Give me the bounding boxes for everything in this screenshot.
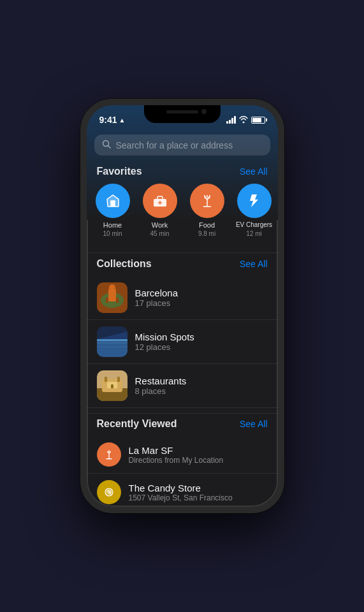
favorite-ev[interactable]: EV Chargers 12 mi <box>236 184 273 237</box>
svg-line-1 <box>108 146 110 149</box>
phone-frame: 9:41 ▲ <box>80 99 284 513</box>
search-placeholder: Search for a place or address <box>116 140 233 150</box>
recent-header: Recently Viewed See All <box>87 418 278 436</box>
mission-thumbnail <box>97 326 127 357</box>
recent-see-all[interactable]: See All <box>240 419 268 429</box>
svg-rect-12 <box>106 298 108 303</box>
camera <box>201 109 207 114</box>
status-time: 9:41 ▲ <box>99 115 126 125</box>
svg-rect-15 <box>97 339 127 357</box>
svg-point-30 <box>108 492 110 493</box>
divider-1 <box>87 252 278 253</box>
recent-title: Recently Viewed <box>97 418 177 430</box>
food-icon <box>190 184 224 218</box>
candy-name: The Candy Store <box>129 483 268 493</box>
svg-rect-16 <box>97 339 127 341</box>
mission-info: Mission Spots 12 places <box>135 332 268 352</box>
home-label: Home <box>103 221 122 229</box>
candy-sub: 1507 Vallejo St, San Francisco <box>129 493 268 502</box>
collections-see-all[interactable]: See All <box>240 259 268 269</box>
collection-mission[interactable]: Mission Spots 12 places <box>87 320 278 364</box>
wifi-icon <box>239 115 248 125</box>
work-icon <box>143 184 177 218</box>
svg-rect-26 <box>111 384 113 388</box>
collection-barcelona[interactable]: Barcelona 17 places <box>87 276 278 320</box>
food-sub: 9.8 mi <box>198 230 215 237</box>
speaker <box>166 110 198 113</box>
lamar-info: La Mar SF Directions from My Location <box>129 445 268 465</box>
search-bar[interactable]: Search for a place or address <box>94 135 270 156</box>
lamar-sub: Directions from My Location <box>129 456 268 465</box>
candy-icon <box>97 480 121 504</box>
candy-info: The Candy Store 1507 Vallejo St, San Fra… <box>129 483 268 502</box>
svg-point-11 <box>109 284 115 291</box>
mission-count: 12 places <box>135 342 268 352</box>
home-sub: 10 min <box>103 230 122 237</box>
main-content[interactable]: Search for a place or address Favorites … <box>87 129 278 507</box>
favorites-list: Home 10 min Work 45 min <box>87 184 278 247</box>
ev-icon <box>237 184 272 218</box>
battery-icon <box>251 117 265 124</box>
favorite-food[interactable]: Food 9.8 mi <box>189 184 226 237</box>
ev-sub: 12 mi <box>246 230 261 237</box>
mission-name: Mission Spots <box>135 332 268 342</box>
collection-restaurants[interactable]: Restaurants 8 places <box>87 364 278 408</box>
favorite-home[interactable]: Home 10 min <box>94 184 131 237</box>
notch <box>144 105 221 123</box>
food-label: Food <box>199 221 215 229</box>
lamar-name: La Mar SF <box>129 445 268 456</box>
restaurants-thumbnail <box>97 370 127 401</box>
svg-rect-23 <box>105 377 107 382</box>
search-icon <box>102 140 111 150</box>
svg-rect-13 <box>116 298 119 303</box>
collections-title: Collections <box>97 258 152 270</box>
recent-candy[interactable]: The Candy Store 1507 Vallejo St, San Fra… <box>87 474 278 507</box>
restaurants-count: 8 places <box>135 386 268 396</box>
work-sub: 45 min <box>150 230 169 237</box>
favorites-header: Favorites See All <box>87 166 278 184</box>
status-icons <box>226 115 265 125</box>
collections-header: Collections See All <box>87 258 278 276</box>
barcelona-thumbnail <box>97 282 127 313</box>
work-label: Work <box>152 221 168 229</box>
home-icon <box>96 184 130 218</box>
favorites-see-all[interactable]: See All <box>240 166 268 177</box>
lamar-icon <box>97 442 121 467</box>
location-arrow-icon: ▲ <box>119 117 126 124</box>
barcelona-count: 17 places <box>135 298 268 308</box>
signal-icon <box>226 116 236 124</box>
favorites-title: Favorites <box>97 166 142 177</box>
barcelona-info: Barcelona 17 places <box>135 288 268 308</box>
ev-label: EV Chargers <box>236 221 272 229</box>
restaurants-info: Restaurants 8 places <box>135 375 268 396</box>
collections-section: Collections See All <box>87 258 278 408</box>
svg-rect-24 <box>117 377 120 382</box>
restaurants-name: Restaurants <box>135 375 268 386</box>
favorite-work[interactable]: Work 45 min <box>142 184 178 237</box>
divider-2 <box>87 413 278 414</box>
recent-lamar[interactable]: La Mar SF Directions from My Location <box>87 436 278 474</box>
barcelona-name: Barcelona <box>135 288 268 298</box>
